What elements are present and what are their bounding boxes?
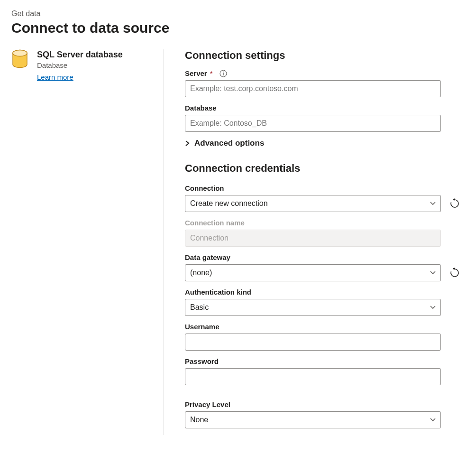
learn-more-link[interactable]: Learn more bbox=[37, 73, 73, 81]
username-input[interactable] bbox=[185, 334, 441, 351]
database-icon bbox=[11, 49, 29, 82]
auth-kind-select[interactable]: Basic bbox=[185, 299, 441, 316]
auth-kind-label: Authentication kind bbox=[185, 288, 460, 296]
required-star: * bbox=[210, 69, 213, 77]
refresh-icon bbox=[449, 268, 460, 278]
advanced-options-label: Advanced options bbox=[194, 139, 264, 148]
data-gateway-label: Data gateway bbox=[185, 253, 460, 261]
connection-settings-heading: Connection settings bbox=[185, 49, 460, 62]
svg-rect-4 bbox=[223, 73, 223, 75]
connection-credentials-heading: Connection credentials bbox=[185, 162, 460, 175]
database-input[interactable] bbox=[185, 115, 441, 132]
source-category: Database bbox=[37, 61, 123, 69]
page-title: Connect to data source bbox=[11, 20, 465, 36]
connection-label: Connection bbox=[185, 184, 460, 192]
username-label: Username bbox=[185, 323, 460, 331]
connection-name-label: Connection name bbox=[185, 219, 460, 227]
refresh-gateway-button[interactable] bbox=[449, 268, 460, 278]
data-gateway-select[interactable]: (none) bbox=[185, 264, 441, 281]
chevron-right-icon bbox=[185, 140, 190, 147]
source-title: SQL Server database bbox=[37, 49, 123, 60]
advanced-options-toggle[interactable]: Advanced options bbox=[185, 139, 460, 148]
refresh-icon bbox=[449, 198, 460, 209]
connection-name-input bbox=[185, 230, 441, 247]
password-label: Password bbox=[185, 357, 460, 365]
database-label: Database bbox=[185, 104, 460, 112]
breadcrumb: Get data bbox=[11, 9, 465, 18]
data-source-card: SQL Server database Database Learn more bbox=[11, 49, 154, 82]
svg-point-3 bbox=[223, 71, 224, 72]
privacy-level-label: Privacy Level bbox=[185, 400, 460, 408]
connection-select[interactable]: Create new connection bbox=[185, 195, 441, 212]
privacy-level-select[interactable]: None bbox=[185, 411, 441, 428]
server-label: Server * bbox=[185, 69, 460, 77]
info-icon[interactable] bbox=[220, 70, 227, 77]
refresh-connection-button[interactable] bbox=[449, 198, 460, 209]
password-input[interactable] bbox=[185, 368, 441, 385]
server-input[interactable] bbox=[185, 80, 441, 97]
svg-point-1 bbox=[13, 50, 27, 56]
